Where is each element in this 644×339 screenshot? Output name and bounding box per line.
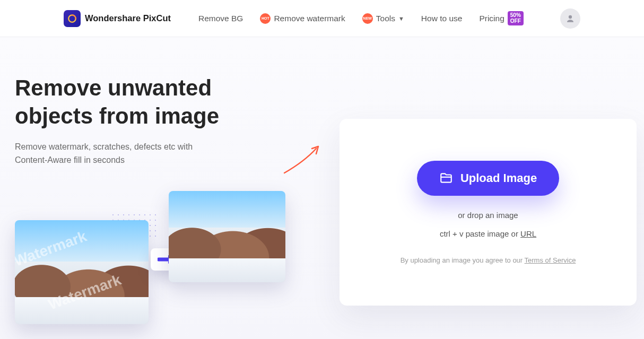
brand[interactable]: Wondershare PixCut xyxy=(64,10,171,27)
new-badge-icon: NEW xyxy=(362,13,373,24)
hero-title-line2: objects from image xyxy=(15,103,219,128)
user-icon xyxy=(565,14,575,23)
upload-panel: Upload Image or drop an image ctrl + v p… xyxy=(340,119,637,306)
nav-remove-bg[interactable]: Remove BG xyxy=(198,14,243,23)
folder-icon xyxy=(439,171,453,185)
terms-of-service-link[interactable]: Terms of Service xyxy=(525,256,576,264)
hero-section: Remove unwanted objects from image Remov… xyxy=(0,37,644,339)
brand-logo-icon xyxy=(64,10,81,27)
after-image xyxy=(169,191,285,282)
before-after-illustration: Watermark Watermark xyxy=(15,191,312,334)
before-image: Watermark Watermark xyxy=(15,220,149,324)
url-link[interactable]: URL xyxy=(520,229,536,238)
chevron-down-icon: ▼ xyxy=(398,15,404,22)
tos-prefix: By uploading an image you agree to our xyxy=(401,256,525,264)
primary-nav: Remove BG HOT Remove watermark NEW Tools… xyxy=(198,11,524,25)
nav-pricing[interactable]: Pricing 50% OFF xyxy=(479,11,523,25)
hero-subtitle: Remove watermark, scratches, defects etc… xyxy=(15,141,216,167)
account-avatar-button[interactable] xyxy=(560,8,580,29)
paste-prefix: ctrl + v paste image or xyxy=(440,229,520,238)
nav-tools-label: Tools xyxy=(376,14,395,23)
upload-image-button[interactable]: Upload Image xyxy=(417,161,559,196)
nav-tools[interactable]: NEW Tools ▼ xyxy=(362,13,404,24)
upload-button-label: Upload Image xyxy=(460,171,537,185)
discount-badge: 50% OFF xyxy=(508,11,524,25)
drop-hint: or drop an image xyxy=(440,211,536,220)
nav-pricing-label: Pricing xyxy=(479,14,504,23)
brand-name: Wondershare PixCut xyxy=(85,13,171,23)
nav-how-to-use[interactable]: How to use xyxy=(421,14,463,23)
nav-remove-watermark[interactable]: HOT Remove watermark xyxy=(260,13,345,24)
svg-point-1 xyxy=(569,15,572,18)
curved-arrow-icon xyxy=(281,143,324,175)
hero-title-line1: Remove unwanted xyxy=(15,75,212,100)
paste-hint: ctrl + v paste image or URL xyxy=(440,229,536,238)
main-header: Wondershare PixCut Remove BG HOT Remove … xyxy=(0,0,644,37)
tos-line: By uploading an image you agree to our T… xyxy=(401,256,576,264)
hot-badge-icon: HOT xyxy=(260,13,271,24)
nav-remove-watermark-label: Remove watermark xyxy=(274,14,345,23)
